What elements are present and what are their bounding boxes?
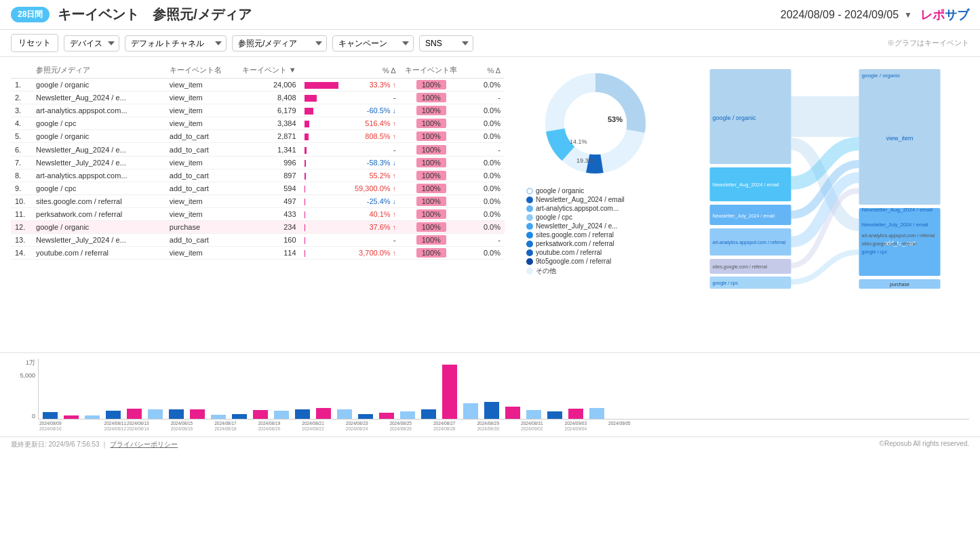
sns-filter[interactable]: SNS: [419, 35, 473, 52]
svg-text:sites.google.com / referral: sites.google.com / referral: [713, 264, 768, 270]
x-label: [281, 421, 301, 426]
privacy-link[interactable]: プライバシーポリシー: [110, 441, 178, 448]
row-rate-delta: 0.0%: [463, 195, 505, 207]
row-rate: 100%: [400, 130, 463, 143]
x-label-2: 2024/08/26: [389, 426, 412, 431]
row-rate-delta: 0.0%: [463, 182, 505, 195]
row-value: 1,341: [235, 143, 300, 156]
dropdown-icon[interactable]: ▼: [904, 10, 912, 20]
y-label-0: 0: [11, 413, 35, 420]
row-source: Newsletter_Aug_2024 / e...: [32, 91, 165, 104]
x-label: 2024/08/09: [39, 421, 62, 426]
legend-item: Newsletter_July_2024 / e...: [526, 222, 670, 230]
legend-item: Newsletter_Aug_2024 / email: [526, 196, 670, 203]
channel-filter[interactable]: デフォルトチャネル: [125, 35, 227, 52]
row-source: google / organic: [32, 79, 165, 91]
row-event: view_item: [165, 91, 236, 104]
legend-item: perksatwork.com / referral: [526, 240, 670, 247]
row-bar: [300, 221, 344, 234]
row-source: art-analytics.appspot.com...: [32, 104, 165, 117]
x-label: 2024/08/25: [389, 421, 412, 426]
x-label: [150, 421, 170, 426]
x-label-2: [325, 426, 345, 431]
svg-text:Newsletter_Aug_2024 / email: Newsletter_Aug_2024 / email: [862, 207, 933, 213]
row-event: view_item: [165, 207, 236, 220]
row-delta: 59,300.0% ↑: [344, 182, 400, 195]
svg-text:google / cpc: google / cpc: [862, 249, 888, 255]
x-label-2: [456, 426, 476, 431]
legend-dot: [526, 241, 533, 247]
bar-group: 1,711: [334, 359, 355, 419]
donut-chart: 14.1% 19.3% 53%: [534, 62, 656, 184]
row-value: 8,408: [235, 91, 300, 104]
legend-label: Newsletter_Aug_2024 / email: [536, 196, 625, 203]
bar-rect: [85, 415, 100, 419]
bar-rect: [463, 403, 478, 419]
row-rank: 14.: [11, 247, 32, 260]
bar-rect: [169, 409, 184, 419]
row-rank: 10.: [11, 195, 32, 207]
bar-rect: [589, 408, 604, 419]
row-value: 3,384: [235, 117, 300, 130]
x-label-2: [608, 426, 629, 431]
svg-text:53%: 53%: [608, 115, 623, 123]
source-filter[interactable]: 参照元/メディア: [232, 35, 327, 52]
row-value: 996: [235, 156, 300, 169]
row-bar: [300, 156, 344, 169]
col-header-keyevent[interactable]: キーイベント ▼: [235, 62, 300, 79]
bar-rect: [64, 415, 79, 419]
svg-text:14.1%: 14.1%: [570, 138, 587, 145]
row-value: 234: [235, 221, 300, 234]
legend-item: google / cpc: [526, 213, 670, 221]
x-label: [631, 421, 652, 426]
row-rank: 1.: [11, 79, 32, 91]
row-rate: 100%: [400, 143, 463, 156]
row-value: 114: [235, 247, 300, 260]
legend-item: 9to5google.com / referral: [526, 258, 670, 265]
bar-rect: [127, 409, 142, 419]
bar-rect: [526, 410, 541, 419]
legend-label: art-analytics.appspot.com...: [536, 205, 619, 212]
row-rank: 2.: [11, 91, 32, 104]
x-label: 2024/08/23: [346, 421, 368, 426]
row-rank: 6.: [11, 143, 32, 156]
row-bar: [300, 91, 344, 104]
row-rate: 100%: [400, 247, 463, 260]
x-label: 2024/08/11: [104, 421, 127, 426]
legend-label: google / cpc: [536, 213, 572, 221]
row-delta: -25.4% ↓: [344, 195, 400, 207]
x-label-2: [544, 426, 564, 431]
footer-updated: 最終更新日: 2024/9/6 7:56:53 ｜ プライバシーポリシー: [11, 440, 178, 449]
row-source: google / organic: [32, 130, 165, 143]
logo: レポサブ: [920, 7, 969, 23]
row-rate-delta: 0.0%: [463, 130, 505, 143]
campaign-filter[interactable]: キャンペーン: [332, 35, 414, 52]
row-bar: [300, 234, 344, 247]
legend-item: art-analytics.appspot.com...: [526, 205, 670, 212]
row-source: google / organic: [32, 221, 165, 234]
bar-rect: [484, 402, 499, 419]
col-header-bar: [300, 62, 344, 79]
row-source: perksatwork.com / referral: [32, 207, 165, 220]
device-filter[interactable]: デバイス: [64, 35, 119, 52]
date-range: 2024/08/09 - 2024/09/05: [781, 9, 899, 21]
row-rate: 100%: [400, 169, 463, 182]
row-event: add_to_cart: [165, 143, 236, 156]
row-rate: 100%: [400, 221, 463, 234]
x-label-2: [62, 426, 83, 431]
svg-text:google / cpc: google / cpc: [713, 281, 739, 286]
x-label-2: [368, 426, 389, 431]
x-label: [587, 421, 608, 426]
bar-rect: [400, 411, 415, 419]
bar-group: 11: [608, 359, 628, 419]
x-label-2: [281, 426, 301, 431]
row-rate-delta: 0.0%: [463, 169, 505, 182]
row-rank: 13.: [11, 234, 32, 247]
row-rate: 100%: [400, 104, 463, 117]
reset-button[interactable]: リセット: [11, 34, 58, 52]
row-event: view_item: [165, 79, 236, 91]
legend-item: google / organic: [526, 187, 670, 195]
row-event: view_item: [165, 247, 236, 260]
bar-group: 1,442: [103, 359, 123, 419]
bar-rect: [232, 414, 247, 419]
